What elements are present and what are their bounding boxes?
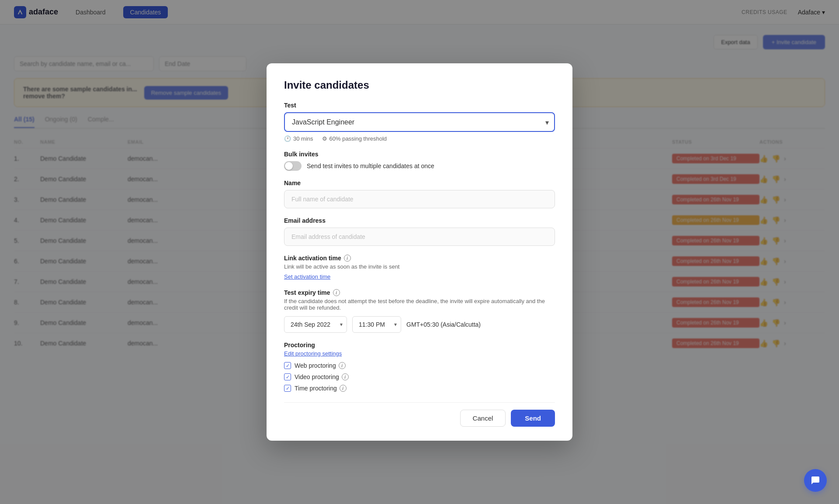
modal-overlay: Invite candidates Test JavaScript Engine… [0,0,839,504]
expiry-row: 24th Sep 2022 ▾ 11:30 PM ▾ GMT+05:30 (As… [284,316,555,333]
email-label: Email address [284,217,555,224]
name-field-group: Name [284,180,555,208]
bulk-invites-row: Send test invites to multiple candidates… [284,161,555,171]
edit-proctoring-link[interactable]: Edit proctoring settings [284,350,555,357]
set-activation-time-link[interactable]: Set activation time [284,273,330,280]
chat-button[interactable] [804,469,827,492]
threshold-icon: ⚙ [322,135,327,142]
expiry-desc: If the candidate does not attempt the te… [284,298,555,311]
video-proctoring-row: ✓ Video proctoring i [284,373,555,380]
invite-candidates-modal: Invite candidates Test JavaScript Engine… [267,63,572,441]
checkmark-icon: ✓ [286,363,290,369]
checkmark-icon: ✓ [286,386,290,391]
bulk-invites-group: Bulk invites Send test invites to multip… [284,151,555,171]
time-proctoring-label: Time proctoring i [295,385,347,392]
proctoring-section: Proctoring Edit proctoring settings ✓ We… [284,342,555,392]
test-meta: 🕐 30 mins ⚙ 60% passing threshold [284,135,555,142]
proctoring-title: Proctoring [284,342,555,349]
test-field-group: Test JavaScript Engineer ▾ 🕐 30 mins ⚙ 6… [284,102,555,142]
name-input[interactable] [284,190,555,208]
name-label: Name [284,180,555,186]
checkmark-icon: ✓ [286,374,290,380]
timezone-text: GMT+05:30 (Asia/Calcutta) [406,321,481,328]
email-field-group: Email address [284,217,555,246]
test-select-wrapper: JavaScript Engineer ▾ [284,112,555,132]
expiry-date-wrapper: 24th Sep 2022 ▾ [284,316,347,333]
expiry-title: Test expiry time i [284,289,555,296]
activation-info-icon: i [344,255,351,262]
expiry-info-icon: i [333,289,340,296]
web-proctoring-label: Web proctoring i [295,362,346,369]
test-select[interactable]: JavaScript Engineer [284,112,555,132]
video-proctoring-label: Video proctoring i [295,373,349,380]
email-input[interactable] [284,228,555,246]
activation-desc: Link will be active as soon as the invit… [284,263,555,270]
bulk-invites-desc: Send test invites to multiple candidates… [307,162,434,169]
modal-title: Invite candidates [284,79,555,91]
activation-section: Link activation time i Link will be acti… [284,255,555,280]
toggle-knob [285,162,293,170]
test-label: Test [284,102,555,109]
expiry-date-select[interactable]: 24th Sep 2022 [284,316,347,333]
bulk-invites-toggle[interactable] [284,161,302,171]
bulk-invites-label: Bulk invites [284,151,555,158]
video-proctoring-info-icon: i [342,373,349,380]
clock-icon: 🕐 [284,135,291,142]
web-proctoring-row: ✓ Web proctoring i [284,362,555,369]
cancel-button[interactable]: Cancel [460,410,506,427]
activation-title: Link activation time i [284,255,555,262]
web-proctoring-info-icon: i [339,362,346,369]
time-proctoring-row: ✓ Time proctoring i [284,385,555,392]
time-proctoring-checkbox[interactable]: ✓ [284,385,291,392]
time-proctoring-info-icon: i [340,385,347,392]
test-duration: 🕐 30 mins [284,135,313,142]
expiry-section: Test expiry time i If the candidate does… [284,289,555,333]
web-proctoring-checkbox[interactable]: ✓ [284,362,291,369]
test-threshold: ⚙ 60% passing threshold [322,135,387,142]
chat-icon [810,475,821,486]
expiry-time-wrapper: 11:30 PM ▾ [352,316,401,333]
modal-footer: Cancel Send [284,402,555,427]
video-proctoring-checkbox[interactable]: ✓ [284,373,291,380]
expiry-time-select[interactable]: 11:30 PM [352,316,401,333]
send-button[interactable]: Send [511,410,555,427]
